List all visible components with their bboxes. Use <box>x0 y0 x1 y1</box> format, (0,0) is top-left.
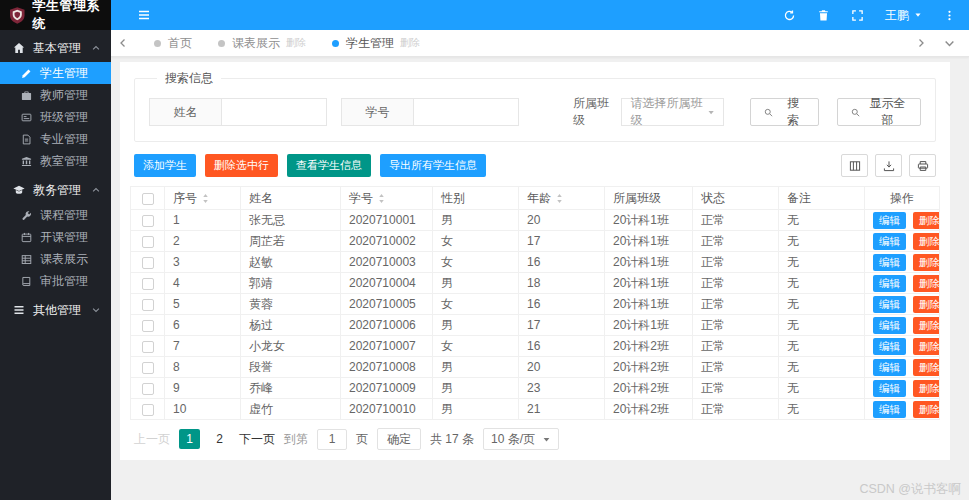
sidebar-item-label: 教师管理 <box>40 87 88 104</box>
delete-row-button[interactable]: 删除 <box>913 359 940 376</box>
print-button[interactable] <box>909 154 936 177</box>
app-logo[interactable]: 学生管理系统 <box>0 0 111 30</box>
edit-row-button[interactable]: 编辑 <box>873 254 906 271</box>
sidebar-item-approval[interactable]: 审批管理 <box>0 270 111 292</box>
sidebar-item-courses[interactable]: 课程管理 <box>0 204 111 226</box>
goto-page-input[interactable] <box>317 429 347 450</box>
table-cell: 黄蓉 <box>241 294 341 315</box>
fullscreen-icon[interactable] <box>851 9 864 22</box>
edit-row-button[interactable]: 编辑 <box>873 212 906 229</box>
row-actions-cell: 编辑删除 <box>865 273 940 294</box>
tabs-scroll-left-button[interactable] <box>111 30 135 56</box>
row-checkbox[interactable] <box>142 236 154 248</box>
sidebar-item-course-offering[interactable]: 开课管理 <box>0 226 111 248</box>
tab-student-management[interactable]: 学生管理删除 <box>319 30 433 56</box>
menu-hamburger-icon[interactable] <box>137 8 151 22</box>
sidebar-item-classes[interactable]: 班级管理 <box>0 106 111 128</box>
tab-bar-controls <box>909 38 969 49</box>
delete-row-button[interactable]: 删除 <box>913 275 940 292</box>
sidebar-item-label: 课表展示 <box>40 251 88 268</box>
refresh-icon[interactable] <box>783 9 796 22</box>
delete-row-button[interactable]: 删除 <box>913 317 940 334</box>
tab-home[interactable]: 首页 <box>141 30 205 56</box>
goto-confirm-button[interactable]: 确定 <box>377 428 421 450</box>
table-cell: 20计科1班 <box>605 294 693 315</box>
row-checkbox[interactable] <box>142 215 154 227</box>
view-student-info-button[interactable]: 查看学生信息 <box>287 154 371 177</box>
user-menu[interactable]: 王鹏 <box>885 7 922 24</box>
tabs-scroll-right-button[interactable] <box>909 38 933 48</box>
delete-row-button[interactable]: 删除 <box>913 212 940 229</box>
delete-row-button[interactable]: 删除 <box>913 296 940 313</box>
sidebar-group-basic-management[interactable]: 基本管理 <box>0 34 111 62</box>
caret-down-icon <box>707 108 715 117</box>
delete-row-button[interactable]: 删除 <box>913 380 940 397</box>
sidebar-group-other-management[interactable]: 其他管理 <box>0 296 111 324</box>
row-checkbox[interactable] <box>142 362 154 374</box>
delete-selected-rows-button[interactable]: 删除选中行 <box>205 154 278 177</box>
page-number-button[interactable]: 1 <box>179 429 200 449</box>
next-page-button[interactable]: 下一页 <box>239 431 275 448</box>
tab-course-table[interactable]: 课表展示删除 <box>205 30 319 56</box>
edit-row-button[interactable]: 编辑 <box>873 233 906 250</box>
student-id-input[interactable] <box>413 98 519 126</box>
select-all-checkbox[interactable] <box>142 193 154 205</box>
table-cell: 6 <box>165 315 241 336</box>
sidebar-item-classrooms[interactable]: 教室管理 <box>0 150 111 172</box>
table-cell: 杨过 <box>241 315 341 336</box>
tab-close-button[interactable]: 删除 <box>400 36 420 50</box>
tab-label: 课表展示 <box>232 35 280 52</box>
table-cell: 2020710008 <box>341 357 433 378</box>
column-header[interactable]: 年龄 <box>519 187 605 210</box>
column-header-label: 状态 <box>701 191 725 205</box>
prev-page-button[interactable]: 上一页 <box>134 431 170 448</box>
sidebar-item-students[interactable]: 学生管理 <box>0 62 111 84</box>
row-checkbox[interactable] <box>142 341 154 353</box>
export-all-students-button[interactable]: 导出所有学生信息 <box>380 154 486 177</box>
table-cell: 18 <box>519 273 605 294</box>
edit-row-button[interactable]: 编辑 <box>873 401 906 418</box>
search-button[interactable]: 搜索 <box>750 98 819 126</box>
column-header: 姓名 <box>241 187 341 210</box>
table-cell: 20计科2班 <box>605 399 693 420</box>
class-select[interactable]: 请选择所属班级 <box>621 98 724 126</box>
delete-row-button[interactable]: 删除 <box>913 233 940 250</box>
table-cell: 2020710006 <box>341 315 433 336</box>
row-checkbox[interactable] <box>142 320 154 332</box>
edit-row-button[interactable]: 编辑 <box>873 338 906 355</box>
edit-row-button[interactable]: 编辑 <box>873 275 906 292</box>
sidebar-item-label: 专业管理 <box>40 131 88 148</box>
sidebar-item-course-table[interactable]: 课表展示 <box>0 248 111 270</box>
column-header[interactable]: 学号 <box>341 187 433 210</box>
name-input[interactable] <box>221 98 327 126</box>
page-number-button[interactable]: 2 <box>209 429 230 449</box>
export-button[interactable] <box>875 154 902 177</box>
filter-columns-button[interactable] <box>841 154 868 177</box>
row-checkbox[interactable] <box>142 299 154 311</box>
delete-row-button[interactable]: 删除 <box>913 254 940 271</box>
row-checkbox[interactable] <box>142 257 154 269</box>
edit-row-button[interactable]: 编辑 <box>873 359 906 376</box>
row-checkbox[interactable] <box>142 278 154 290</box>
tabs-menu-button[interactable] <box>937 38 961 49</box>
edit-row-button[interactable]: 编辑 <box>873 380 906 397</box>
column-header[interactable]: 序号 <box>165 187 241 210</box>
tab-close-button[interactable]: 删除 <box>286 36 306 50</box>
show-all-button[interactable]: 显示全部 <box>837 98 921 126</box>
more-vertical-icon[interactable] <box>943 9 956 22</box>
edit-row-button[interactable]: 编辑 <box>873 296 906 313</box>
students-table: 序号姓名学号性别年龄所属班级状态备注操作 1张无忌2020710001男2020… <box>130 186 940 420</box>
row-checkbox[interactable] <box>142 383 154 395</box>
row-actions-cell: 编辑删除 <box>865 252 940 273</box>
page-size-select[interactable]: 10 条/页 <box>483 428 559 450</box>
add-student-button[interactable]: 添加学生 <box>134 154 196 177</box>
sidebar-item-majors[interactable]: 专业管理 <box>0 128 111 150</box>
delete-row-button[interactable]: 删除 <box>913 401 940 418</box>
sidebar-item-teachers[interactable]: 教师管理 <box>0 84 111 106</box>
row-checkbox[interactable] <box>142 404 154 416</box>
table-toolbar-buttons: 添加学生删除选中行查看学生信息导出所有学生信息 <box>134 154 495 177</box>
clear-cache-icon[interactable] <box>817 9 830 22</box>
delete-row-button[interactable]: 删除 <box>913 338 940 355</box>
sidebar-group-academic-management[interactable]: 教务管理 <box>0 176 111 204</box>
edit-row-button[interactable]: 编辑 <box>873 317 906 334</box>
